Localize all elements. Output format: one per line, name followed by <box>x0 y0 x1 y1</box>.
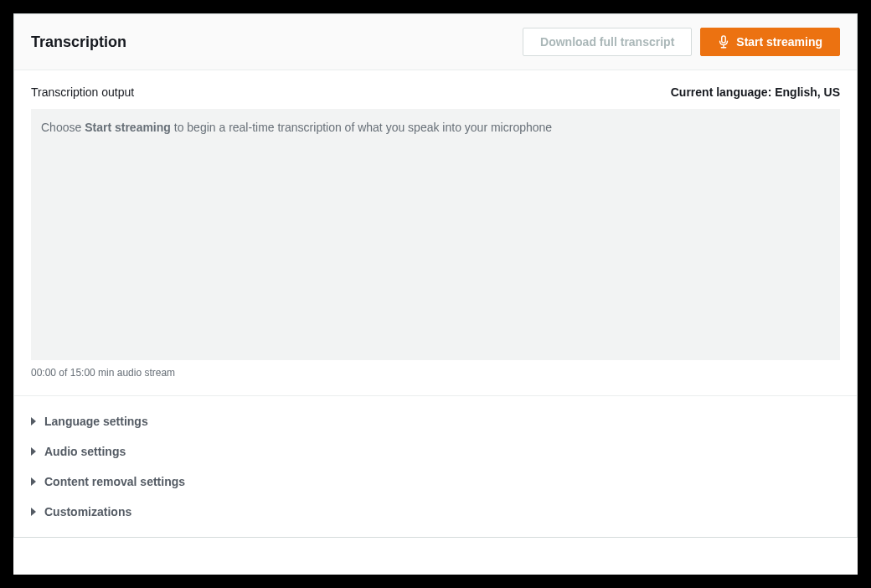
audio-stream-timer: 00:00 of 15:00 min audio stream <box>31 367 840 379</box>
header-actions: Download full transcript Start streaming <box>523 28 840 56</box>
start-streaming-button[interactable]: Start streaming <box>700 28 840 56</box>
placeholder-prefix: Choose <box>41 121 85 134</box>
placeholder-strong: Start streaming <box>85 121 171 134</box>
customizations-section[interactable]: Customizations <box>31 497 840 527</box>
caret-right-icon <box>31 447 36 456</box>
panel-title: Transcription <box>31 34 126 51</box>
section-label: Customizations <box>44 505 131 518</box>
download-transcript-button[interactable]: Download full transcript <box>523 28 692 56</box>
transcription-panel: Transcription Download full transcript S… <box>13 13 858 538</box>
caret-right-icon <box>31 417 36 426</box>
output-label: Transcription output <box>31 85 134 99</box>
panel-header: Transcription Download full transcript S… <box>14 14 857 70</box>
caret-right-icon <box>31 477 36 486</box>
language-settings-section[interactable]: Language settings <box>31 406 840 436</box>
content-removal-settings-section[interactable]: Content removal settings <box>31 467 840 497</box>
settings-sections: Language settings Audio settings Content… <box>14 396 857 537</box>
caret-right-icon <box>31 508 36 516</box>
audio-settings-section[interactable]: Audio settings <box>31 436 840 467</box>
transcription-output-box: Choose Start streaming to begin a real-t… <box>31 109 840 360</box>
panel-body: Transcription output Current language: E… <box>14 70 857 395</box>
microphone-icon <box>718 35 729 49</box>
output-header: Transcription output Current language: E… <box>31 85 840 99</box>
section-label: Language settings <box>44 415 148 428</box>
start-streaming-label: Start streaming <box>736 34 822 50</box>
placeholder-suffix: to begin a real-time transcription of wh… <box>171 121 552 134</box>
section-label: Audio settings <box>44 445 126 458</box>
current-language-label: Current language: English, US <box>671 85 840 99</box>
svg-rect-0 <box>722 36 725 43</box>
section-label: Content removal settings <box>44 475 185 488</box>
